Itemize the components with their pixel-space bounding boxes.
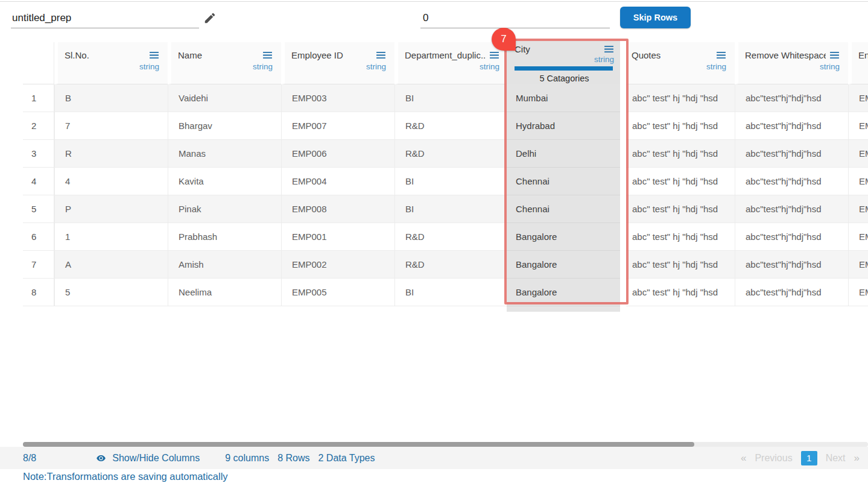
cell-slno[interactable]: A: [54, 251, 168, 279]
cell-name[interactable]: Pinak: [168, 195, 281, 223]
city-category-item[interactable]: Bangalore: [507, 279, 620, 306]
table-row: 1BVaidehiEMP003BIMumbaiabc" test" hj "hd…: [23, 84, 868, 112]
cell-employee-id[interactable]: EMP005: [281, 279, 394, 306]
cell-quotes[interactable]: abc" test" hj "hdj "hsd: [621, 112, 735, 140]
header-row: Sl.No.stringNamestringEmployee IDstringD…: [23, 42, 868, 84]
cell-employee-id[interactable]: EMP006: [281, 140, 394, 168]
cell-slno[interactable]: 4: [54, 168, 168, 195]
column-menu-icon[interactable]: [716, 51, 726, 59]
column-header-quotes: Quotesstring: [621, 42, 735, 84]
cell-employee-id[interactable]: EMP004: [281, 168, 394, 195]
horizontal-scrollbar-track[interactable]: [23, 442, 868, 447]
cell-remove-whitespace[interactable]: abc"test"hj"hdj"hsd: [735, 195, 848, 223]
cell-name[interactable]: Bhargav: [168, 112, 281, 140]
city-overlay-scrollbar[interactable]: [620, 41, 626, 312]
column-header-slno: Sl.No.string: [54, 42, 168, 84]
first-page-arrow[interactable]: «: [741, 452, 746, 464]
rows-count[interactable]: 8 Rows: [277, 453, 309, 464]
cell-remove-whitespace[interactable]: abc"test"hj"hdj"hsd: [735, 168, 848, 195]
cell-name[interactable]: Vaidehi: [168, 84, 281, 112]
city-category-item[interactable]: Bangalore: [507, 223, 620, 251]
cell-remove-whitespace[interactable]: abc"test"hj"hdj"hsd: [735, 84, 848, 112]
cell-employee-id[interactable]: EMP008: [281, 195, 394, 223]
city-category-item[interactable]: Chennai: [507, 195, 620, 223]
cell-employee-id[interactable]: EMP007: [281, 112, 394, 140]
pagination: « Previous 1 Next »: [741, 451, 860, 465]
table-row: 5PPinakEMP008BIChennaiabc" test" hj "hdj…: [23, 195, 868, 223]
cell-name[interactable]: Neelima: [168, 279, 281, 306]
column-menu-icon[interactable]: [829, 51, 840, 59]
cell-slno[interactable]: 5: [54, 279, 168, 306]
next-page-button[interactable]: Next: [826, 453, 846, 464]
cell-slno[interactable]: P: [54, 195, 168, 223]
table-stats: 9 columns 8 Rows 2 Data Types: [225, 453, 375, 464]
city-category-item[interactable]: Chennai: [507, 168, 620, 195]
cell-quotes[interactable]: abc" test" hj "hdj "hsd: [621, 84, 735, 112]
cell-remove-whitespace[interactable]: abc"test"hj"hdj"hsd: [735, 112, 848, 140]
cell-remove-whitespace[interactable]: abc"test"hj"hdj"hsd: [735, 223, 848, 251]
cell-quotes[interactable]: abc" test" hj "hdj "hsd: [621, 140, 735, 168]
cell-en[interactable]: EM: [848, 84, 868, 112]
city-column-label: City: [515, 44, 530, 54]
city-column-menu-icon[interactable]: [604, 45, 614, 53]
cell-slno[interactable]: R: [54, 140, 168, 168]
city-category-item[interactable]: Mumbai: [507, 84, 620, 112]
skip-rows-input[interactable]: [420, 8, 610, 28]
column-menu-icon[interactable]: [149, 51, 159, 59]
column-menu-icon[interactable]: [489, 51, 499, 59]
cell-name[interactable]: Manas: [168, 140, 281, 168]
cell-department-duplicate[interactable]: R&D: [394, 251, 508, 279]
cell-department-duplicate[interactable]: R&D: [394, 112, 508, 140]
column-header-name: Namestring: [168, 42, 281, 84]
cell-en[interactable]: EM: [848, 279, 868, 306]
cell-quotes[interactable]: abc" test" hj "hdj "hsd: [621, 279, 735, 306]
cell-quotes[interactable]: abc" test" hj "hdj "hsd: [621, 223, 735, 251]
column-label: Name: [178, 50, 202, 60]
cell-quotes[interactable]: abc" test" hj "hdj "hsd: [621, 168, 735, 195]
previous-page-button[interactable]: Previous: [755, 453, 792, 464]
cell-en[interactable]: EM: [848, 140, 868, 168]
table-row: 7AAmishEMP002R&DBangaloreabc" test" hj "…: [23, 251, 868, 279]
cell-slno[interactable]: 1: [54, 223, 168, 251]
cell-department-duplicate[interactable]: R&D: [394, 140, 508, 168]
city-category-item[interactable]: Bangalore: [507, 251, 620, 279]
city-category-item[interactable]: Delhi: [507, 140, 620, 168]
prep-name-input[interactable]: [11, 8, 199, 28]
cell-name[interactable]: Amish: [168, 251, 281, 279]
cell-slno[interactable]: B: [54, 84, 168, 112]
cell-name[interactable]: Kavita: [168, 168, 281, 195]
cell-department-duplicate[interactable]: BI: [394, 195, 508, 223]
cell-department-duplicate[interactable]: R&D: [394, 223, 508, 251]
cell-en[interactable]: EM: [848, 251, 868, 279]
cell-en[interactable]: EM: [848, 195, 868, 223]
column-menu-icon[interactable]: [262, 51, 273, 59]
current-page-button[interactable]: 1: [801, 451, 817, 465]
cell-en[interactable]: EM: [848, 168, 868, 195]
cell-employee-id[interactable]: EMP002: [281, 251, 394, 279]
cell-en[interactable]: EM: [848, 223, 868, 251]
show-hide-columns-button[interactable]: Show/Hide Columns: [95, 453, 200, 464]
cell-slno[interactable]: 7: [54, 112, 168, 140]
city-category-item[interactable]: Hydrabad: [507, 112, 620, 140]
cell-department-duplicate[interactable]: BI: [394, 84, 508, 112]
cell-name[interactable]: Prabhash: [168, 223, 281, 251]
horizontal-scrollbar-thumb[interactable]: [23, 442, 694, 447]
cell-remove-whitespace[interactable]: abc"test"hj"hdj"hsd: [735, 140, 848, 168]
cell-remove-whitespace[interactable]: abc"test"hj"hdj"hsd: [735, 279, 848, 306]
cell-remove-whitespace[interactable]: abc"test"hj"hdj"hsd: [735, 251, 848, 279]
data-types-count[interactable]: 2 Data Types: [318, 453, 375, 464]
last-page-arrow[interactable]: »: [854, 452, 860, 464]
edit-pencil-icon[interactable]: [203, 11, 217, 25]
cell-quotes[interactable]: abc" test" hj "hdj "hsd: [621, 195, 735, 223]
columns-count[interactable]: 9 columns: [225, 453, 269, 464]
cell-employee-id[interactable]: EMP003: [281, 84, 394, 112]
show-hide-columns-label: Show/Hide Columns: [112, 453, 200, 464]
column-menu-icon[interactable]: [376, 51, 386, 59]
cell-department-duplicate[interactable]: BI: [394, 279, 508, 306]
column-type: string: [858, 62, 868, 71]
cell-employee-id[interactable]: EMP001: [281, 223, 394, 251]
skip-rows-button[interactable]: Skip Rows: [620, 7, 691, 28]
cell-quotes[interactable]: abc" test" hj "hdj "hsd: [621, 251, 735, 279]
cell-en[interactable]: EM: [848, 112, 868, 140]
cell-department-duplicate[interactable]: BI: [394, 168, 508, 195]
